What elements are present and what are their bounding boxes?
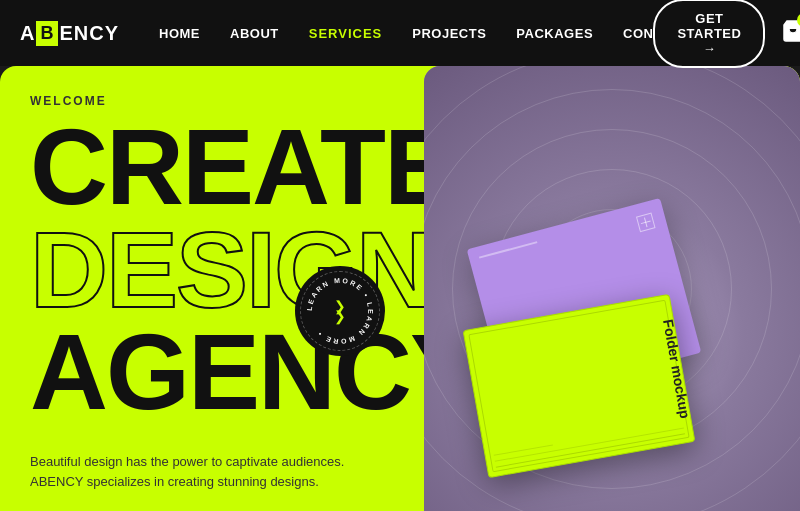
hero-line-create: CREATE (30, 116, 410, 219)
hero-description: Beautiful design has the power to captiv… (30, 452, 410, 491)
folder-stack: Folder mockup (444, 201, 780, 481)
hero-desc-line1: Beautiful design has the power to captiv… (30, 452, 410, 472)
get-started-button[interactable]: GET STARTED → (653, 0, 765, 68)
nav-item-projects[interactable]: PROJECTS (412, 26, 486, 41)
logo-box-b: B (36, 21, 58, 46)
hero-image-panel: Folder mockup (424, 66, 800, 511)
svg-text:LEARN MORE • LEARN MORE •: LEARN MORE • LEARN MORE • (306, 277, 374, 345)
nav-item-home[interactable]: HOME (159, 26, 200, 41)
nav-item-packages[interactable]: PACKAGES (516, 26, 593, 41)
nav-item-services[interactable]: SERVICES (309, 26, 383, 41)
hero-desc-line2: ABENCY specializes in creating stunning … (30, 472, 410, 492)
navbar: A B ENCY HOME ABOUT SERVICES PROJECTS PA… (0, 0, 800, 66)
nav-item-contact[interactable]: CON (623, 26, 653, 41)
hero-section: WELCOME CREATE DESIGN AGENCY Beautiful d… (0, 66, 800, 511)
nav-links: HOME ABOUT SERVICES PROJECTS PACKAGES CO… (159, 26, 653, 41)
learn-more-badge[interactable]: LEARN MORE • LEARN MORE • ❯ ❯ (295, 266, 385, 356)
folder-icon-plus (636, 213, 656, 233)
logo-text-ency: ENCY (59, 22, 119, 45)
hero-text-block: WELCOME CREATE DESIGN AGENCY (30, 94, 410, 424)
logo[interactable]: A B ENCY (20, 21, 119, 46)
hero-image-bg: Folder mockup (424, 66, 800, 511)
logo-text-a: A (20, 22, 35, 45)
nav-item-about[interactable]: ABOUT (230, 26, 279, 41)
cart-button[interactable]: 0 (781, 19, 800, 47)
learn-more-inner: LEARN MORE • LEARN MORE • ❯ ❯ (300, 271, 380, 351)
badge-rotating-text: LEARN MORE • LEARN MORE • (300, 271, 380, 351)
